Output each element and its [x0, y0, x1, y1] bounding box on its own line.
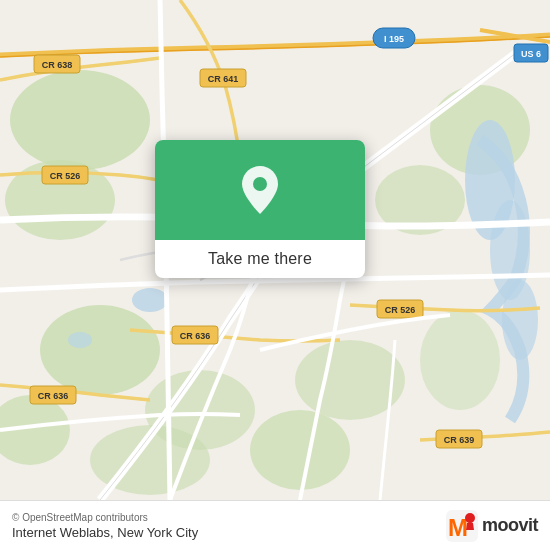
svg-point-15 — [132, 288, 168, 312]
svg-text:CR 638: CR 638 — [42, 60, 73, 70]
popup-card: Take me there — [155, 140, 365, 278]
svg-text:US 6: US 6 — [521, 49, 541, 59]
svg-text:CR 526: CR 526 — [385, 305, 416, 315]
svg-text:I 195: I 195 — [384, 34, 404, 44]
location-name: Internet Weblabs, New York City — [12, 525, 198, 540]
take-me-there-button[interactable]: Take me there — [208, 250, 312, 268]
osm-credit: © OpenStreetMap contributors — [12, 512, 198, 523]
svg-point-6 — [250, 410, 350, 490]
svg-point-1 — [10, 70, 150, 170]
svg-point-38 — [253, 177, 267, 191]
bottom-left-info: © OpenStreetMap contributors Internet We… — [12, 512, 198, 540]
svg-text:M: M — [448, 514, 468, 541]
svg-point-17 — [68, 332, 92, 348]
svg-text:CR 636: CR 636 — [38, 391, 69, 401]
svg-text:CR 639: CR 639 — [444, 435, 475, 445]
popup-green-area — [155, 140, 365, 240]
svg-text:CR 526: CR 526 — [50, 171, 81, 181]
map-container: CR 638 CR 641 I 195 US 6 CR 526 CR 526 C… — [0, 0, 550, 500]
location-pin-icon — [238, 164, 282, 216]
popup-button-area: Take me there — [155, 240, 365, 278]
moovit-logo: M moovit — [446, 510, 538, 542]
moovit-text: moovit — [482, 515, 538, 536]
svg-point-41 — [465, 513, 475, 523]
moovit-icon: M — [446, 510, 478, 542]
svg-point-11 — [420, 310, 500, 410]
svg-text:CR 636: CR 636 — [180, 331, 211, 341]
svg-point-3 — [40, 305, 160, 395]
svg-text:CR 641: CR 641 — [208, 74, 239, 84]
bottom-bar: © OpenStreetMap contributors Internet We… — [0, 500, 550, 550]
